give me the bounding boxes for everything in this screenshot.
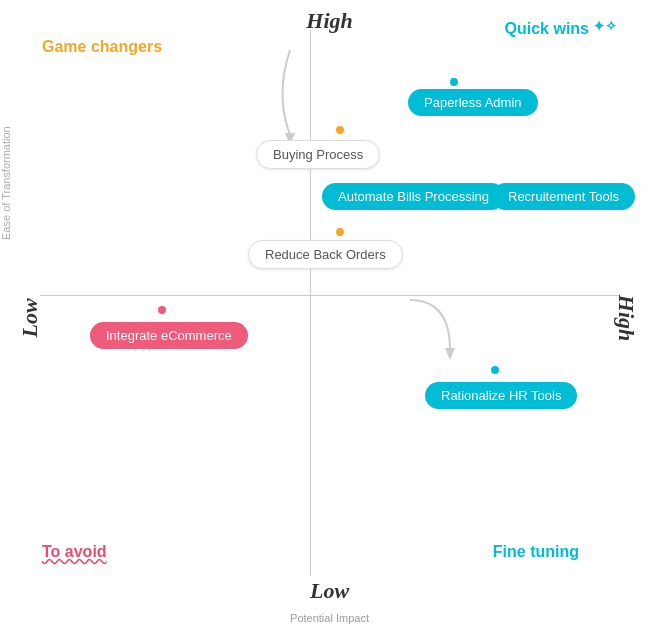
dot-paperless-admin [450,78,458,86]
quadrant-quick-wins: Quick wins ✦✧ [505,20,617,38]
bubble-reduce-back-orders[interactable]: Reduce Back Orders [248,240,403,269]
quadrant-to-avoid: To avoid [42,543,107,561]
bubble-automate-bills[interactable]: Automate Bills Processing [322,183,505,210]
horizontal-axis [40,295,619,296]
quadrant-fine-tuning: Fine tuning [493,543,579,561]
bottom-arrow [390,290,470,370]
priority-matrix-chart: High Low Potential Impact Low High Ease … [0,0,659,636]
bottom-axis-label: Low [310,578,349,604]
top-axis-label: High [306,8,352,34]
x-axis-name: Potential Impact [290,612,369,624]
bubble-integrate-ecommerce[interactable]: Integrate eCommerce [90,322,248,349]
right-axis-label: High [613,295,639,341]
bubble-rationalize-hr-tools[interactable]: Rationalize HR Tools [425,382,577,409]
y-axis-name: Ease of Transformation [0,126,12,240]
dot-buying-process [336,126,344,134]
quadrant-game-changers: Game changers [42,38,162,56]
sparkle-icon: ✦✧ [593,18,617,34]
left-axis-label: Low [17,298,43,337]
svg-marker-1 [445,348,455,360]
bubble-paperless-admin[interactable]: Paperless Admin [408,89,538,116]
dot-hr-tools [491,366,499,374]
dot-automate-bills [336,228,344,236]
bubble-buying-process[interactable]: Buying Process [256,140,380,169]
dot-ecommerce [158,306,166,314]
bubble-recruitement-tools[interactable]: Recruitement Tools [492,183,635,210]
top-arrow [260,45,320,145]
